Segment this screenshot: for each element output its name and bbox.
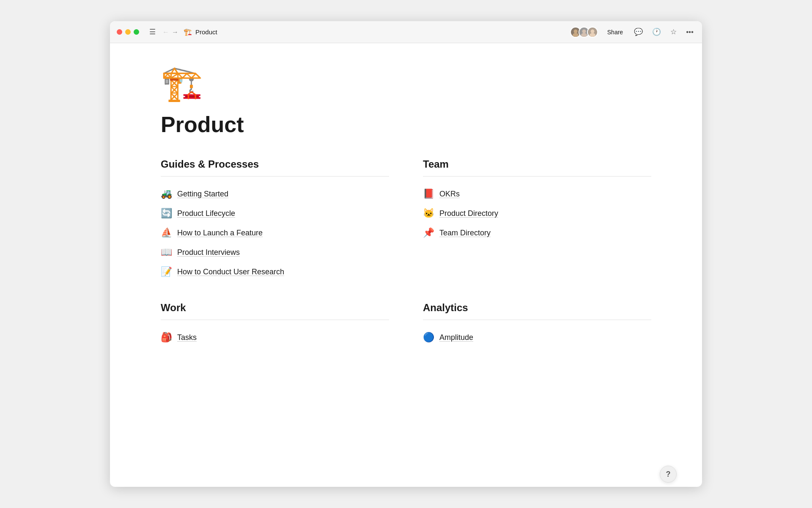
section-work-links: 🎒 Tasks [161, 328, 389, 347]
section-analytics-divider [423, 320, 651, 320]
section-work-divider [161, 320, 389, 320]
product-directory-link[interactable]: Product Directory [439, 209, 498, 218]
list-item[interactable]: 🔄 Product Lifecycle [161, 204, 389, 223]
section-team-links: 📕 OKRs 🐱 Product Directory 📌 Team Direct… [423, 184, 651, 243]
team-directory-link[interactable]: Team Directory [439, 229, 491, 237]
section-work: Work 🎒 Tasks [161, 302, 389, 347]
list-item[interactable]: 📖 Product Interviews [161, 243, 389, 262]
page-content: 🏗️ Product Guides & Processes 🚜 Getting … [110, 43, 702, 487]
list-item[interactable]: 📌 Team Directory [423, 223, 651, 243]
list-item[interactable]: 🐱 Product Directory [423, 204, 651, 223]
page-emoji-small: 🏗️ [184, 28, 192, 36]
product-lifecycle-link[interactable]: Product Lifecycle [177, 209, 235, 218]
traffic-lights [117, 29, 139, 35]
nav-arrows: ← → [162, 28, 178, 36]
titlebar-right: Share 💬 🕐 ☆ ••• [570, 26, 695, 38]
close-button[interactable] [117, 29, 122, 35]
star-icon[interactable]: ☆ [669, 26, 678, 38]
section-work-title: Work [161, 302, 389, 314]
page-main-title: Product [161, 112, 651, 137]
okrs-icon: 📕 [423, 188, 434, 199]
okrs-link[interactable]: OKRs [439, 190, 460, 199]
amplitude-icon: 🔵 [423, 332, 434, 343]
svg-point-1 [573, 29, 577, 33]
page-title-bar: Product [195, 28, 217, 36]
list-item[interactable]: 🎒 Tasks [161, 328, 389, 347]
launch-feature-icon: ⛵ [161, 227, 172, 238]
more-options-icon[interactable]: ••• [684, 26, 695, 38]
titlebar: ☰ ← → 🏗️ Product [110, 21, 702, 43]
forward-button[interactable]: → [172, 28, 178, 36]
section-team-divider [423, 176, 651, 177]
tasks-link[interactable]: Tasks [177, 333, 197, 342]
sections-grid: Guides & Processes 🚜 Getting Started 🔄 P… [161, 158, 651, 347]
tasks-icon: 🎒 [161, 332, 172, 343]
app-window: ☰ ← → 🏗️ Product [110, 21, 702, 487]
section-analytics: Analytics 🔵 Amplitude [423, 302, 651, 347]
section-guides-divider [161, 176, 389, 177]
list-item[interactable]: 📕 OKRs [423, 184, 651, 204]
section-team-title: Team [423, 158, 651, 170]
sidebar-toggle-icon[interactable]: ☰ [148, 26, 157, 38]
product-directory-icon: 🐱 [423, 208, 434, 219]
amplitude-link[interactable]: Amplitude [439, 333, 473, 342]
svg-point-4 [582, 29, 586, 33]
section-analytics-links: 🔵 Amplitude [423, 328, 651, 347]
history-icon[interactable]: 🕐 [650, 26, 663, 38]
list-item[interactable]: 🔵 Amplitude [423, 328, 651, 347]
collaborators-avatars [570, 27, 598, 38]
list-item[interactable]: 📝 How to Conduct User Research [161, 262, 389, 282]
comment-icon[interactable]: 💬 [632, 26, 645, 38]
product-lifecycle-icon: 🔄 [161, 208, 172, 219]
user-research-icon: 📝 [161, 266, 172, 277]
product-interviews-icon: 📖 [161, 247, 172, 258]
back-button[interactable]: ← [162, 28, 169, 36]
getting-started-link[interactable]: Getting Started [177, 190, 228, 199]
user-research-link[interactable]: How to Conduct User Research [177, 268, 284, 276]
product-interviews-link[interactable]: Product Interviews [177, 248, 240, 257]
section-analytics-title: Analytics [423, 302, 651, 314]
team-directory-icon: 📌 [423, 227, 434, 238]
getting-started-icon: 🚜 [161, 188, 172, 199]
page-hero-emoji: 🏗️ [161, 64, 651, 103]
list-item[interactable]: ⛵ How to Launch a Feature [161, 223, 389, 243]
avatar-3 [587, 27, 598, 38]
help-button[interactable]: ? [660, 466, 677, 483]
maximize-button[interactable] [134, 29, 139, 35]
list-item[interactable]: 🚜 Getting Started [161, 184, 389, 204]
section-guides-title: Guides & Processes [161, 158, 389, 170]
section-guides: Guides & Processes 🚜 Getting Started 🔄 P… [161, 158, 389, 282]
minimize-button[interactable] [125, 29, 131, 35]
section-guides-links: 🚜 Getting Started 🔄 Product Lifecycle ⛵ … [161, 184, 389, 282]
launch-feature-link[interactable]: How to Launch a Feature [177, 229, 263, 237]
section-team: Team 📕 OKRs 🐱 Product Directory 📌 Team D… [423, 158, 651, 282]
share-button[interactable]: Share [604, 27, 626, 37]
page-icon-title: 🏗️ Product [184, 28, 217, 36]
svg-point-7 [590, 29, 594, 33]
